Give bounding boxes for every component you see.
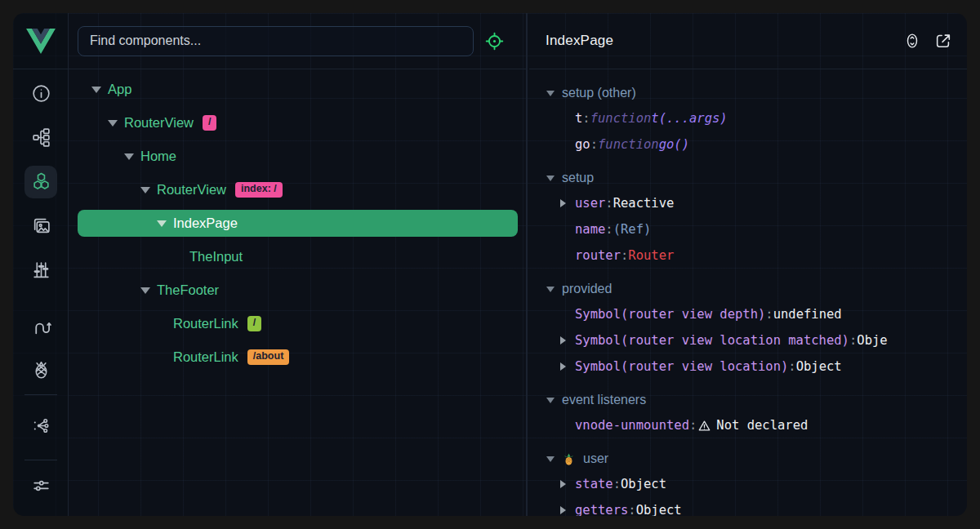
state-value: Object [636, 503, 682, 516]
route-badge: / [203, 115, 216, 131]
search-bar [69, 13, 526, 69]
tree-node-app[interactable]: App [78, 76, 518, 103]
key-value-separator: : [628, 503, 635, 516]
component-name: RouterLink [173, 349, 238, 365]
tree-node-routerview[interactable]: RouterView/ [78, 109, 518, 136]
state-key: getters [575, 503, 628, 516]
expander-icon[interactable] [560, 362, 575, 371]
tree-node-routerlink[interactable]: RouterLink/ [78, 310, 518, 337]
state-value: Not declared [716, 418, 808, 433]
component-name: App [108, 82, 131, 97]
expander-icon[interactable] [140, 287, 150, 294]
state-value: Reactive [613, 196, 675, 211]
expander-icon[interactable] [156, 220, 167, 227]
section-label: event listeners [562, 393, 646, 407]
component-name: IndexPage [173, 216, 238, 231]
state-entry-symbol-router-view-depth-: Symbol(router view depth) : undefined [529, 301, 967, 327]
expander-icon[interactable] [560, 336, 575, 345]
state-entry-symbol-router-view-location-matched-[interactable]: Symbol(router view location matched) : O… [529, 327, 967, 353]
key-value-separator: : [621, 248, 628, 263]
pinia-icon[interactable] [13, 359, 69, 380]
inspector-panel: IndexPage setup (other)t : function t(..… [529, 13, 967, 516]
open-in-editor-icon[interactable] [934, 32, 952, 50]
chevron-right-icon [560, 506, 566, 514]
section-user[interactable]: user [529, 447, 967, 471]
expander-icon[interactable] [140, 187, 150, 193]
section-label: setup [562, 171, 594, 185]
state-key: state [575, 477, 613, 491]
section-label: provided [562, 282, 612, 296]
settings-icon[interactable] [13, 475, 69, 496]
sidebar-divider [24, 394, 57, 395]
chevron-down-icon [157, 220, 167, 227]
state-value: t(...args) [651, 111, 727, 126]
state-key: go [575, 137, 590, 152]
section-provided[interactable]: provided [529, 277, 967, 301]
chevron-down-icon [140, 287, 150, 294]
warning-icon [698, 420, 710, 432]
tree-node-home[interactable]: Home [78, 143, 518, 170]
chevron-right-icon [560, 336, 566, 345]
key-value-separator: : [613, 477, 621, 491]
state-value: Object [621, 477, 666, 491]
state-entry-getters[interactable]: getters : Object [529, 497, 967, 516]
section-label: user [583, 451, 608, 466]
state-key: name [575, 222, 605, 237]
key-value-separator: : [849, 333, 857, 348]
state-entry-symbol-router-view-location-[interactable]: Symbol(router view location) : Object [529, 353, 967, 380]
state-entry-router: router : Router [529, 242, 967, 269]
sidebar-divider [24, 460, 57, 460]
state-entry-name: name : (Ref) [529, 216, 967, 242]
state-value: Router [628, 248, 674, 263]
component-name: RouterView [124, 115, 194, 131]
search-input[interactable] [78, 26, 474, 56]
chevron-right-icon [560, 362, 566, 371]
locate-component-icon[interactable] [484, 31, 505, 51]
tree-node-routerview[interactable]: RouterViewindex: / [78, 176, 518, 203]
expander-icon[interactable] [91, 87, 101, 93]
route-badge: / [247, 316, 261, 331]
component-name: TheInput [189, 249, 243, 264]
expander-icon[interactable] [123, 153, 134, 160]
sitemap-icon[interactable] [13, 127, 69, 148]
state-value: (Ref) [613, 222, 652, 237]
component-name: RouterView [157, 182, 226, 198]
state-key: router [575, 248, 621, 263]
state-key: user [575, 196, 605, 211]
section-event-listeners[interactable]: event listeners [529, 388, 967, 412]
state-key: Symbol(router view location) [575, 359, 788, 374]
vue-logo[interactable] [13, 13, 68, 69]
state-entry-user[interactable]: user : Reactive [529, 190, 967, 216]
chevron-down-icon [124, 153, 134, 160]
tree-node-thefooter[interactable]: TheFooter [78, 277, 518, 304]
pineapple-icon [562, 452, 576, 466]
scroll-to-component-icon[interactable] [903, 32, 921, 50]
tree-node-theinput[interactable]: TheInput [78, 243, 518, 270]
state-entry-t: t : function t(...args) [529, 105, 967, 131]
router-icon[interactable] [13, 317, 69, 337]
expander-icon[interactable] [560, 480, 575, 488]
section-label: setup (other) [562, 86, 636, 100]
tree-node-routerlink[interactable]: RouterLink/about [78, 344, 518, 371]
chevron-down-icon [546, 176, 555, 181]
route-badge: index: / [235, 182, 283, 198]
state-key: t [575, 111, 582, 126]
state-entry-go: go : function go() [529, 131, 967, 158]
component-name: TheFooter [157, 282, 219, 298]
graph-icon[interactable] [13, 416, 69, 436]
expander-icon[interactable] [560, 199, 575, 207]
section-setup[interactable]: setup [529, 166, 967, 190]
info-icon[interactable] [13, 83, 69, 104]
expander-icon[interactable] [107, 120, 118, 127]
mixer-icon[interactable] [13, 260, 69, 280]
state-entry-vnode-unmounted: vnode-unmounted : Not declared [529, 412, 967, 438]
components-icon[interactable] [13, 171, 69, 192]
state-entry-state[interactable]: state : Object [529, 471, 967, 497]
expander-icon[interactable] [560, 506, 575, 514]
key-value-separator: : [689, 418, 697, 433]
tree-node-indexpage[interactable]: IndexPage [78, 210, 518, 237]
section-setup-other-[interactable]: setup (other) [529, 81, 967, 105]
devtools-window: AppRouterView/HomeRouterViewindex: /Inde… [13, 13, 967, 516]
assets-icon[interactable] [13, 216, 69, 236]
state-key: Symbol(router view depth) [575, 307, 765, 322]
